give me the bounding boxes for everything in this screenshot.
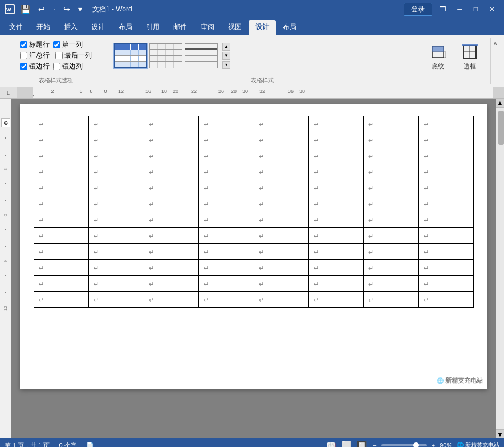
table-cell[interactable]: ↵ — [89, 180, 144, 196]
table-cell[interactable]: ↵ — [34, 196, 89, 212]
login-button[interactable]: 登录 — [404, 3, 432, 16]
maximize-button[interactable]: □ — [469, 4, 482, 14]
style-thumb-2[interactable] — [149, 43, 182, 68]
table-cell[interactable]: ↵ — [308, 148, 363, 164]
table-cell[interactable]: ↵ — [34, 148, 89, 164]
table-cell[interactable]: ↵ — [418, 244, 473, 260]
table-cell[interactable]: ↵ — [364, 116, 418, 132]
table-cell[interactable]: ↵ — [89, 276, 144, 292]
table-cell[interactable]: ↵ — [254, 164, 308, 180]
table-cell[interactable]: ↵ — [199, 212, 254, 228]
table-cell[interactable]: ↵ — [34, 244, 89, 260]
table-cell[interactable]: ↵ — [254, 148, 308, 164]
tab-design2[interactable]: 设计 — [249, 20, 276, 35]
tab-references[interactable]: 引用 — [139, 20, 166, 35]
table-cell[interactable]: ↵ — [254, 212, 308, 228]
web-view-button[interactable]: 🔲 — [355, 441, 368, 447]
quick-access-dropdown[interactable]: ▾ — [76, 3, 84, 15]
checkbox-first-col-input[interactable] — [53, 41, 60, 48]
checkbox-first-col[interactable]: 第一列 — [53, 40, 83, 50]
table-cell[interactable]: ↵ — [34, 132, 89, 148]
scroll-thumb[interactable] — [498, 111, 504, 145]
table-cell[interactable]: ↵ — [199, 276, 254, 292]
tab-review[interactable]: 审阅 — [194, 20, 221, 35]
table-cell[interactable]: ↵ — [254, 196, 308, 212]
table-cell[interactable]: ↵ — [308, 196, 363, 212]
checkbox-banded-cols[interactable]: 镶边列 — [53, 62, 83, 71]
table-cell[interactable]: ↵ — [89, 196, 144, 212]
border-button[interactable]: 边框 — [456, 40, 483, 73]
table-cell[interactable]: ↵ — [34, 116, 89, 132]
table-cell[interactable]: ↵ — [34, 292, 89, 308]
table-cell[interactable]: ↵ — [418, 196, 473, 212]
table-cell[interactable]: ↵ — [199, 132, 254, 148]
table-cell[interactable]: ↵ — [418, 148, 473, 164]
zoom-minus-button[interactable]: − — [373, 442, 376, 447]
table-cell[interactable]: ↵ — [364, 212, 418, 228]
table-cell[interactable]: ↵ — [418, 180, 473, 196]
checkbox-heading-row[interactable]: 标题行 — [20, 40, 50, 50]
table-cell[interactable]: ↵ — [364, 244, 418, 260]
table-cell[interactable]: ↵ — [34, 164, 89, 180]
table-cell[interactable]: ↵ — [308, 228, 363, 244]
table-cell[interactable]: ↵ — [34, 260, 89, 276]
scroll-down-arrow[interactable]: ▼ — [222, 52, 230, 60]
table-cell[interactable]: ↵ — [144, 260, 198, 276]
tab-file[interactable]: 文件 — [2, 20, 30, 35]
scroll-down-button[interactable]: ▼ — [496, 429, 504, 438]
restore-button[interactable]: 🗖 — [434, 4, 450, 14]
table-cell[interactable]: ↵ — [144, 244, 198, 260]
table-cell[interactable]: ↵ — [144, 212, 198, 228]
checkbox-banded-cols-input[interactable] — [53, 63, 60, 70]
word-table[interactable]: ↵↵↵↵↵↵↵↵↵↵↵↵↵↵↵↵↵↵↵↵↵↵↵↵↵↵↵↵↵↵↵↵↵↵↵↵↵↵↵↵… — [34, 116, 474, 308]
style-thumb-1[interactable] — [114, 43, 147, 68]
scroll-more-arrow[interactable]: ▾ — [222, 61, 230, 69]
table-cell[interactable]: ↵ — [144, 180, 198, 196]
table-cell[interactable]: ↵ — [418, 116, 473, 132]
table-cell[interactable]: ↵ — [254, 116, 308, 132]
table-cell[interactable]: ↵ — [254, 228, 308, 244]
table-cell[interactable]: ↵ — [89, 148, 144, 164]
table-cell[interactable]: ↵ — [254, 180, 308, 196]
table-cell[interactable]: ↵ — [144, 164, 198, 180]
table-cell[interactable]: ↵ — [364, 164, 418, 180]
tab-layout2[interactable]: 布局 — [276, 20, 303, 35]
checkbox-last-col-input[interactable] — [55, 52, 63, 59]
tab-insert[interactable]: 插入 — [57, 20, 84, 35]
table-cell[interactable]: ↵ — [89, 164, 144, 180]
shading-button[interactable]: 底纹 — [424, 40, 452, 73]
table-cell[interactable]: ↵ — [34, 180, 89, 196]
table-cell[interactable]: ↵ — [199, 196, 254, 212]
table-cell[interactable]: ↵ — [308, 260, 363, 276]
table-move-handle[interactable]: ⊕ — [1, 118, 10, 127]
checkbox-total-row-input[interactable] — [20, 52, 27, 59]
table-cell[interactable]: ↵ — [364, 292, 418, 308]
table-cell[interactable]: ↵ — [199, 292, 254, 308]
ribbon-collapse-button[interactable]: ∧ — [491, 38, 499, 48]
close-button[interactable]: ✕ — [485, 4, 499, 14]
table-cell[interactable]: ↵ — [89, 244, 144, 260]
zoom-slider[interactable] — [381, 444, 427, 446]
table-cell[interactable]: ↵ — [199, 260, 254, 276]
undo-button[interactable]: ↩ — [36, 3, 47, 15]
scroll-up-arrow[interactable]: ▲ — [222, 43, 230, 51]
undo-arrow[interactable]: · — [51, 3, 58, 15]
table-cell[interactable]: ↵ — [144, 276, 198, 292]
tab-layout1[interactable]: 布局 — [112, 20, 139, 35]
table-cell[interactable]: ↵ — [364, 276, 418, 292]
style-thumb-3[interactable] — [185, 43, 218, 68]
zoom-plus-button[interactable]: + — [432, 442, 435, 447]
table-cell[interactable]: ↵ — [364, 132, 418, 148]
print-view-button[interactable]: ⬜ — [340, 441, 353, 447]
table-cell[interactable]: ↵ — [418, 164, 473, 180]
save-button[interactable]: 💾 — [18, 3, 32, 15]
table-cell[interactable]: ↵ — [418, 212, 473, 228]
redo-button[interactable]: ↪ — [61, 3, 72, 15]
table-cell[interactable]: ↵ — [308, 164, 363, 180]
table-cell[interactable]: ↵ — [144, 132, 198, 148]
table-cell[interactable]: ↵ — [418, 260, 473, 276]
table-cell[interactable]: ↵ — [144, 228, 198, 244]
table-cell[interactable]: ↵ — [199, 164, 254, 180]
table-cell[interactable]: ↵ — [308, 292, 363, 308]
document-area[interactable]: ↵↵↵↵↵↵↵↵↵↵↵↵↵↵↵↵↵↵↵↵↵↵↵↵↵↵↵↵↵↵↵↵↵↵↵↵↵↵↵↵… — [11, 99, 496, 438]
